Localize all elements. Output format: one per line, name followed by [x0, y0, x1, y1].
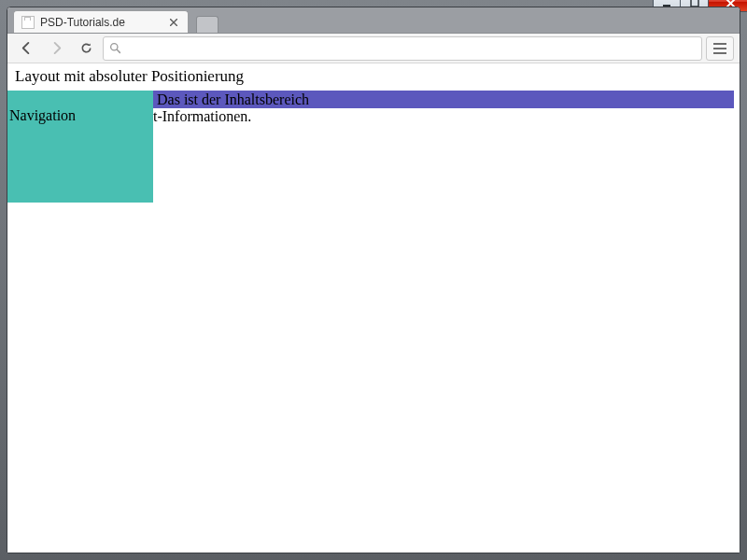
back-button[interactable] — [13, 36, 39, 61]
browser-menu-button[interactable] — [706, 36, 734, 61]
close-icon — [170, 19, 177, 26]
reload-button[interactable] — [73, 36, 99, 61]
forward-button[interactable] — [43, 36, 69, 61]
svg-line-3 — [117, 49, 120, 52]
browser-window: PSD-Tutorials.de — [7, 7, 740, 553]
browser-tab[interactable]: PSD-Tutorials.de — [13, 10, 189, 33]
svg-rect-4 — [713, 43, 726, 45]
os-window-frame: PSD-Tutorials.de — [0, 0, 747, 560]
page-body: Layout mit absoluter Positionierung Das … — [7, 67, 740, 553]
browser-toolbar — [7, 34, 740, 63]
address-bar[interactable] — [103, 36, 702, 61]
page-heading: Layout mit absoluter Positionierung — [15, 67, 740, 86]
page-viewport: Layout mit absoluter Positionierung Das … — [7, 63, 740, 553]
svg-rect-5 — [713, 48, 726, 49]
tab-title: PSD-Tutorials.de — [40, 16, 162, 29]
menu-icon — [713, 43, 726, 54]
tab-strip: PSD-Tutorials.de — [7, 7, 740, 34]
page-favicon-icon — [21, 16, 35, 29]
arrow-left-icon — [20, 41, 34, 55]
new-tab-button[interactable] — [196, 16, 218, 33]
tab-close-button[interactable] — [167, 16, 180, 29]
info-text: t-Informationen. — [153, 108, 251, 125]
address-input[interactable] — [127, 40, 696, 56]
search-icon — [109, 42, 121, 54]
navigation-region: Navigation — [7, 91, 153, 203]
svg-rect-1 — [691, 0, 698, 7]
content-heading: Das ist der Inhaltsbereich — [157, 91, 309, 108]
navigation-label: Navigation — [9, 107, 76, 123]
svg-rect-6 — [713, 52, 726, 54]
reload-icon — [79, 41, 93, 55]
arrow-right-icon — [49, 41, 63, 55]
